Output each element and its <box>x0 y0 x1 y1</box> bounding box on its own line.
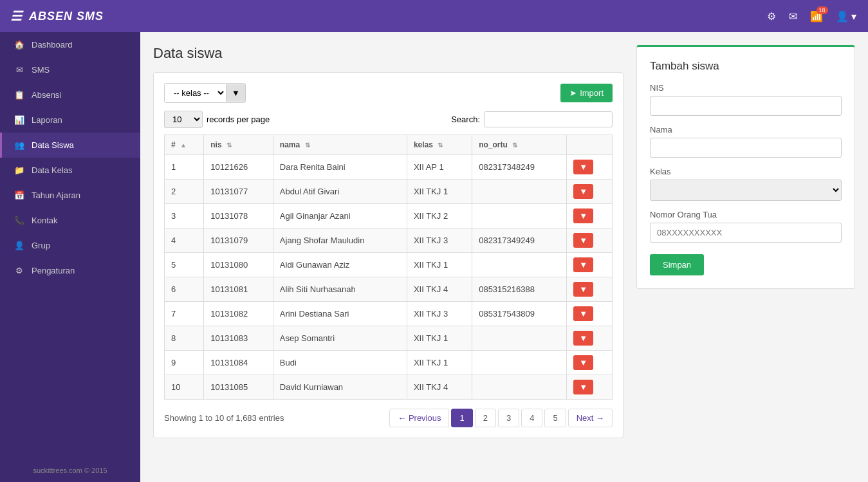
cell-nama: David Kurniawan <box>273 375 407 400</box>
nav-icon-kontak: 📞 <box>14 216 25 225</box>
cell-nama: Arini Destiana Sari <box>273 302 407 326</box>
cell-no-ortu: 085315216388 <box>472 277 567 302</box>
page-button-1[interactable]: 1 <box>451 409 472 427</box>
row-action-button[interactable]: ▼ <box>573 380 593 394</box>
data-table-card: -- kelas -- ▼ ➤ Import 10 25 <box>153 72 623 438</box>
user-icon[interactable]: 👤 ▾ <box>836 10 856 23</box>
nav-label-dashboard: Dashboard <box>32 40 73 50</box>
mail-icon[interactable]: ✉ <box>789 10 797 23</box>
col-kelas: kelas ⇅ <box>407 135 472 155</box>
import-icon: ➤ <box>569 88 577 98</box>
table-header-row: # ▲ nis ⇅ nama ⇅ kelas ⇅ no_ortu ⇅ <box>165 135 613 155</box>
row-action-button[interactable]: ▼ <box>573 209 593 223</box>
row-action-button[interactable]: ▼ <box>573 184 593 199</box>
nis-label: NIS <box>650 83 842 93</box>
sidebar-item-absensi[interactable]: 📋Absensi <box>0 82 140 107</box>
cell-no-ortu <box>472 204 567 228</box>
nav-icon-absensi: 📋 <box>14 90 25 100</box>
cell-nama: Asep Somantri <box>273 326 407 351</box>
cell-kelas: XII TKJ 1 <box>407 180 472 204</box>
sidebar-item-dashboard[interactable]: 🏠Dashboard <box>0 32 140 57</box>
tambah-siswa-form: Tambah siswa NIS Nama Kelas Nomor Or <box>636 45 855 289</box>
table-row: 4 10131079 Ajang Shofar Mauludin XII TKJ… <box>165 228 613 253</box>
cell-no-ortu: 082317348249 <box>472 155 567 180</box>
cell-kelas: XII TKJ 3 <box>407 228 472 253</box>
cell-action: ▼ <box>567 375 613 400</box>
col-nis: nis ⇅ <box>204 135 273 155</box>
next-button[interactable]: Next → <box>568 409 613 427</box>
sidebar-footer: suckittrees.com © 2015 <box>0 459 140 482</box>
settings-icon[interactable]: ⚙ <box>767 10 776 23</box>
row-action-button[interactable]: ▼ <box>573 355 593 370</box>
kelas-form-select[interactable] <box>650 180 842 201</box>
row-action-button[interactable]: ▼ <box>573 282 593 297</box>
pagination-row: Showing 1 to 10 of 1,683 entries ← Previ… <box>164 409 613 427</box>
cell-action: ▼ <box>567 155 613 180</box>
cell-nis: 10121626 <box>204 155 273 180</box>
nis-input[interactable] <box>650 96 842 116</box>
cell-num: 3 <box>165 204 204 228</box>
sidebar-item-kontak[interactable]: 📞Kontak <box>0 208 140 233</box>
col-nama: nama ⇅ <box>273 135 407 155</box>
records-row: 10 25 50 100 records per page Search: <box>164 111 613 128</box>
row-action-button[interactable]: ▼ <box>573 306 593 321</box>
sidebar-item-tahun-ajaran[interactable]: 📅Tahun Ajaran <box>0 183 140 208</box>
kelas-select[interactable]: -- kelas -- <box>165 84 226 102</box>
sidebar-item-data-siswa[interactable]: 👥Data Siswa <box>0 133 140 158</box>
simpan-button[interactable]: Simpan <box>650 254 704 275</box>
nav-icon-dashboard: 🏠 <box>14 40 25 50</box>
prev-button[interactable]: ← Previous <box>389 409 449 427</box>
row-action-button[interactable]: ▼ <box>573 331 593 346</box>
page-button-3[interactable]: 3 <box>498 409 519 427</box>
table-row: 3 10131078 Agil Ginanjar Azani XII TKJ 2… <box>165 204 613 228</box>
page-button-2[interactable]: 2 <box>475 409 496 427</box>
nav-icon-data-kelas: 📁 <box>14 165 25 175</box>
page-button-4[interactable]: 4 <box>521 409 542 427</box>
cell-nis: 10131080 <box>204 253 273 277</box>
sidebar-item-pengaturan[interactable]: ⚙Pengaturan <box>0 258 140 283</box>
table-row: 7 10131082 Arini Destiana Sari XII TKJ 3… <box>165 302 613 326</box>
page-button-5[interactable]: 5 <box>544 409 566 427</box>
cell-nis: 10131085 <box>204 375 273 400</box>
main-area: ⚙ ✉ 📶 18 👤 ▾ Data siswa -- kelas -- ▼ <box>140 0 868 482</box>
records-per-page-select[interactable]: 10 25 50 100 <box>164 111 203 128</box>
cell-kelas: XII TKJ 4 <box>407 277 472 302</box>
cell-nis: 10131084 <box>204 351 273 375</box>
cell-no-ortu: 082317349249 <box>472 228 567 253</box>
content-area: Data siswa -- kelas -- ▼ ➤ Import <box>140 32 868 482</box>
kelas-dropdown-btn[interactable]: ▼ <box>226 84 245 102</box>
cell-nama: Aldi Gunawan Aziz <box>273 253 407 277</box>
cell-action: ▼ <box>567 180 613 204</box>
col-num: # ▲ <box>165 135 204 155</box>
nav-label-pengaturan: Pengaturan <box>32 266 75 275</box>
app-title: ABSEN SMS <box>29 10 104 23</box>
nav-label-data-kelas: Data Kelas <box>32 165 73 175</box>
cell-num: 6 <box>165 277 204 302</box>
stats-icon[interactable]: 📶 18 <box>810 10 823 23</box>
import-button[interactable]: ➤ Import <box>560 84 613 102</box>
filter-row: -- kelas -- ▼ ➤ Import <box>164 83 613 103</box>
nav-label-laporan: Laporan <box>32 115 62 125</box>
row-action-button[interactable]: ▼ <box>573 233 593 248</box>
sidebar-item-laporan[interactable]: 📊Laporan <box>0 107 140 133</box>
nav-label-kontak: Kontak <box>32 216 57 225</box>
row-action-button[interactable]: ▼ <box>573 257 593 272</box>
no-ortu-input[interactable] <box>650 223 842 243</box>
nav-icon-sms: ✉ <box>14 65 25 75</box>
page-title: Data siswa <box>153 45 623 62</box>
hamburger-icon[interactable]: ☰ <box>10 8 23 24</box>
cell-num: 2 <box>165 180 204 204</box>
cell-nis: 10131078 <box>204 204 273 228</box>
sidebar-item-grup[interactable]: 👤Grup <box>0 233 140 258</box>
row-action-button[interactable]: ▼ <box>573 160 593 174</box>
cell-kelas: XII TKJ 2 <box>407 204 472 228</box>
cell-nis: 10131081 <box>204 277 273 302</box>
kelas-group: Kelas <box>650 167 842 201</box>
sidebar-item-data-kelas[interactable]: 📁Data Kelas <box>0 158 140 183</box>
col-no-ortu: no_ortu ⇅ <box>472 135 567 155</box>
search-input[interactable] <box>484 111 613 127</box>
cell-no-ortu <box>472 180 567 204</box>
no-ortu-label: Nomor Orang Tua <box>650 210 842 219</box>
nama-input[interactable] <box>650 138 842 158</box>
sidebar-item-sms[interactable]: ✉SMS <box>0 57 140 82</box>
